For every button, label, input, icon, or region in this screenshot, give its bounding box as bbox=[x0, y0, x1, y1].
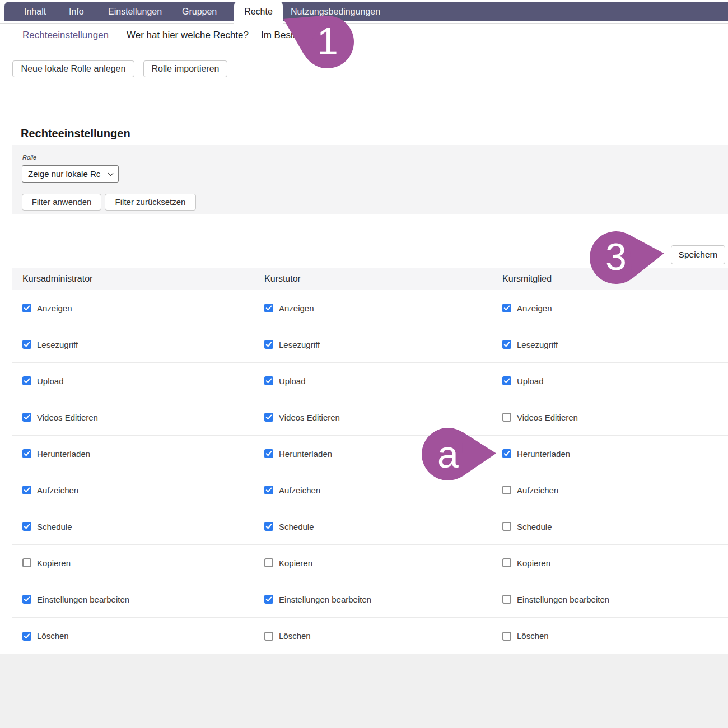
permission-cell: Aufzeichen bbox=[22, 472, 78, 508]
checkbox-checked[interactable] bbox=[22, 413, 31, 422]
checkbox-checked[interactable] bbox=[264, 376, 273, 385]
permission-label: Einstellungen bearbeiten bbox=[279, 595, 371, 604]
page-title: Rechteeinstellungen bbox=[21, 127, 130, 140]
permission-label: Herunterladen bbox=[279, 449, 332, 459]
permission-label: Lesezugriff bbox=[279, 340, 320, 349]
permission-label: Videos Editieren bbox=[517, 413, 578, 422]
checkbox-unchecked[interactable] bbox=[502, 595, 511, 604]
permission-label: Herunterladen bbox=[517, 449, 570, 459]
tab-inhalt[interactable]: Inhalt bbox=[24, 2, 46, 21]
permission-cell: Schedule bbox=[502, 508, 552, 544]
tab-einstellungen[interactable]: Einstellungen bbox=[108, 2, 162, 21]
tab-rechte-active[interactable]: Rechte bbox=[234, 1, 283, 24]
table-row: HerunterladenHerunterladenHerunterladen bbox=[12, 436, 728, 472]
table-row: Einstellungen bearbeitenEinstellungen be… bbox=[12, 581, 728, 618]
permission-cell: Lesezugriff bbox=[264, 326, 320, 362]
checkbox-unchecked[interactable] bbox=[502, 522, 511, 531]
checkbox-checked[interactable] bbox=[264, 449, 273, 458]
checkbox-unchecked[interactable] bbox=[502, 632, 511, 641]
permissions-table-body: AnzeigenAnzeigenAnzeigenLesezugriffLesez… bbox=[12, 290, 728, 654]
column-header-kurstutor: Kurstutor bbox=[264, 268, 301, 290]
checkbox-checked[interactable] bbox=[264, 486, 273, 494]
page: Inhalt Info Einstellungen Gruppen Nutzun… bbox=[0, 0, 728, 728]
permission-label: Anzeigen bbox=[37, 304, 72, 313]
checkbox-checked[interactable] bbox=[22, 486, 31, 494]
permission-label: Kopieren bbox=[279, 558, 312, 568]
permission-label: Löschen bbox=[517, 631, 549, 641]
permission-cell: Anzeigen bbox=[264, 290, 314, 326]
tab-info[interactable]: Info bbox=[69, 2, 84, 21]
permission-cell: Lesezugriff bbox=[502, 326, 558, 362]
tab-gruppen[interactable]: Gruppen bbox=[182, 2, 217, 21]
permission-cell: Videos Editieren bbox=[502, 399, 578, 435]
permission-label: Herunterladen bbox=[37, 449, 90, 459]
permission-cell: Kopieren bbox=[22, 545, 71, 581]
checkbox-checked[interactable] bbox=[502, 304, 511, 312]
permission-label: Aufzeichen bbox=[517, 486, 558, 495]
checkbox-checked[interactable] bbox=[502, 376, 511, 385]
permission-cell: Videos Editieren bbox=[22, 399, 98, 435]
reset-filter-button[interactable]: Filter zurücksetzen bbox=[105, 194, 196, 211]
subtab-rechteeinstellungen[interactable]: Rechteeinstellungen bbox=[22, 30, 109, 41]
column-header-kursadministrator: Kursadministrator bbox=[22, 268, 92, 290]
permission-label: Schedule bbox=[37, 522, 72, 531]
checkbox-checked[interactable] bbox=[264, 595, 273, 604]
permission-label: Videos Editieren bbox=[279, 413, 340, 422]
permission-cell: Einstellungen bearbeiten bbox=[22, 581, 129, 617]
tab-nutzungsbedingungen[interactable]: Nutzungsbedingungen bbox=[291, 2, 380, 21]
checkbox-unchecked[interactable] bbox=[502, 558, 511, 567]
checkbox-unchecked[interactable] bbox=[264, 632, 273, 641]
save-button[interactable]: Speichern bbox=[671, 245, 725, 264]
permission-label: Kopieren bbox=[37, 558, 71, 568]
apply-filter-button[interactable]: Filter anwenden bbox=[22, 194, 101, 211]
import-role-button[interactable]: Rolle importieren bbox=[143, 60, 227, 77]
permission-cell: Lesezugriff bbox=[22, 326, 78, 362]
checkbox-unchecked[interactable] bbox=[264, 558, 273, 567]
table-row: LesezugriffLesezugriffLesezugriff bbox=[12, 326, 728, 363]
column-header-kursmitglied: Kursmitglied bbox=[502, 268, 552, 290]
checkbox-unchecked[interactable] bbox=[22, 558, 31, 567]
checkbox-checked[interactable] bbox=[502, 340, 511, 349]
permission-cell: Kopieren bbox=[264, 545, 312, 581]
new-local-role-button[interactable]: Neue lokale Rolle anlegen bbox=[12, 60, 134, 77]
svg-text:1: 1 bbox=[317, 20, 338, 62]
permission-label: Aufzeichen bbox=[37, 486, 78, 495]
role-label: Rolle bbox=[22, 154, 36, 161]
permission-cell: Löschen bbox=[264, 618, 311, 654]
checkbox-checked[interactable] bbox=[22, 595, 31, 604]
checkbox-checked[interactable] bbox=[264, 340, 273, 349]
checkbox-checked[interactable] bbox=[22, 522, 31, 531]
permission-label: Einstellungen bearbeiten bbox=[517, 595, 609, 604]
checkbox-checked[interactable] bbox=[264, 413, 273, 422]
table-row: AufzeichenAufzeichenAufzeichen bbox=[12, 472, 728, 508]
checkbox-checked[interactable] bbox=[22, 340, 31, 349]
checkbox-checked[interactable] bbox=[22, 304, 31, 312]
permission-cell: Einstellungen bearbeiten bbox=[502, 581, 609, 617]
permission-cell: Upload bbox=[502, 363, 544, 399]
chevron-down-icon bbox=[108, 171, 114, 176]
permission-cell: Löschen bbox=[22, 618, 69, 654]
checkbox-checked[interactable] bbox=[22, 449, 31, 458]
checkbox-unchecked[interactable] bbox=[502, 413, 511, 422]
checkbox-checked[interactable] bbox=[264, 522, 273, 531]
permission-label: Upload bbox=[37, 376, 64, 386]
permission-cell: Herunterladen bbox=[502, 436, 570, 472]
nav-divider bbox=[0, 23, 728, 24]
permission-label: Schedule bbox=[279, 522, 314, 531]
permission-label: Löschen bbox=[279, 631, 311, 641]
checkbox-checked[interactable] bbox=[264, 304, 273, 312]
permission-label: Upload bbox=[279, 376, 306, 386]
permission-label: Anzeigen bbox=[279, 304, 314, 313]
role-select[interactable]: Zeige nur lokale Rc bbox=[22, 165, 119, 183]
role-select-value: Zeige nur lokale Rc bbox=[28, 169, 100, 179]
checkbox-unchecked[interactable] bbox=[502, 486, 511, 494]
subtab-wer-hat-rechte[interactable]: Wer hat hier welche Rechte? bbox=[127, 30, 249, 41]
checkbox-checked[interactable] bbox=[22, 632, 31, 641]
permission-cell: Upload bbox=[22, 363, 64, 399]
permission-cell: Anzeigen bbox=[22, 290, 72, 326]
subtab-im-besitz[interactable]: Im Besitz bbox=[261, 30, 300, 41]
filter-panel: Rolle Zeige nur lokale Rc Filter anwende… bbox=[12, 145, 728, 214]
checkbox-checked[interactable] bbox=[502, 449, 511, 458]
permission-label: Videos Editieren bbox=[37, 413, 98, 422]
checkbox-checked[interactable] bbox=[22, 376, 31, 385]
